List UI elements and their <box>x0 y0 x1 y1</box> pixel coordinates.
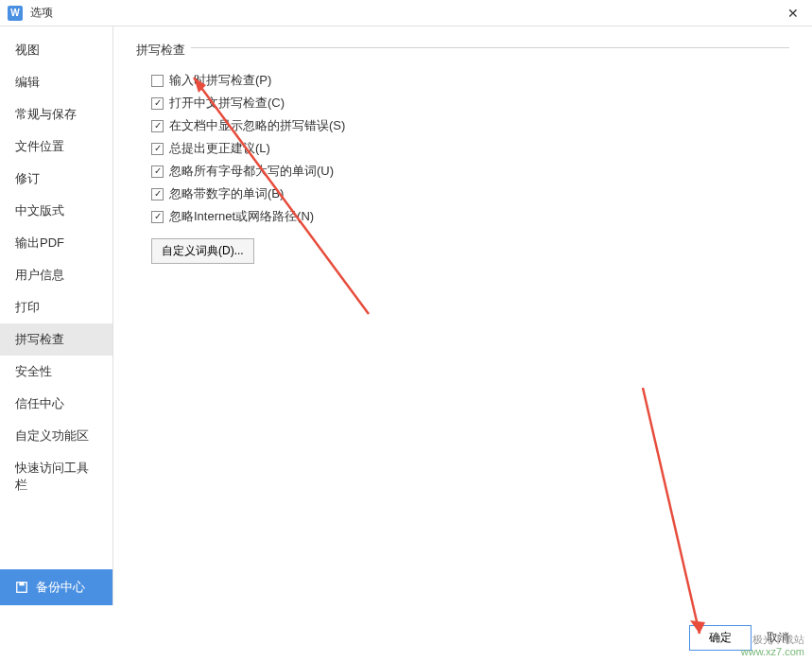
fieldset-label: 拼写检查 <box>136 42 789 59</box>
backup-center-button[interactable]: 备份中心 <box>0 569 112 605</box>
checkbox-ignore-numbers[interactable] <box>151 188 164 200</box>
fieldset-divider <box>191 47 789 48</box>
option-label: 忽略带数字的单词(B) <box>169 185 284 202</box>
sidebar-item-print[interactable]: 打印 <box>0 291 112 323</box>
sidebar-item-general-save[interactable]: 常规与保存 <box>0 98 112 131</box>
watermark-brand: 极光下载站 <box>741 634 804 646</box>
sidebar-item-user-info[interactable]: 用户信息 <box>0 259 112 291</box>
titlebar: W 选项 ✕ <box>0 0 812 26</box>
option-label: 总提出更正建议(L) <box>169 140 270 157</box>
option-ignore-internet: 忽略Internet或网络路径(N) <box>151 208 789 225</box>
option-ignore-numbers: 忽略带数字的单词(B) <box>151 185 789 202</box>
watermark-url: www.xz7.com <box>741 646 804 658</box>
option-label: 忽略所有字母都大写的单词(U) <box>169 163 334 180</box>
titlebar-title: 选项 <box>30 5 782 21</box>
sidebar-item-security[interactable]: 安全性 <box>0 356 112 388</box>
option-label: 忽略Internet或网络路径(N) <box>169 208 314 225</box>
checkbox-suggest-corrections[interactable] <box>151 143 164 155</box>
checkbox-ignore-internet[interactable] <box>151 211 164 223</box>
backup-icon <box>15 581 28 594</box>
sidebar-item-quick-access[interactable]: 快速访问工具栏 <box>0 452 112 501</box>
sidebar-item-chinese-layout[interactable]: 中文版式 <box>0 195 112 227</box>
sidebar-item-view[interactable]: 视图 <box>0 34 112 66</box>
sidebar-item-custom-ribbon[interactable]: 自定义功能区 <box>0 420 112 452</box>
backup-center-label: 备份中心 <box>36 579 85 596</box>
option-spellcheck-typing: 输入时拼写检查(P) <box>151 72 789 89</box>
checkbox-chinese-spellcheck[interactable] <box>151 97 164 110</box>
option-label: 输入时拼写检查(P) <box>169 72 271 89</box>
checkbox-ignore-uppercase[interactable] <box>151 166 164 178</box>
content-area: 视图 编辑 常规与保存 文件位置 修订 中文版式 输出PDF 用户信息 打印 拼… <box>0 26 812 605</box>
option-show-ignored: 在文档中显示忽略的拼写错误(S) <box>151 117 789 134</box>
custom-dictionary-button[interactable]: 自定义词典(D)... <box>151 238 254 264</box>
app-icon: W <box>8 6 23 21</box>
option-chinese-spellcheck: 打开中文拼写检查(C) <box>151 95 789 112</box>
option-suggest-corrections: 总提出更正建议(L) <box>151 140 789 157</box>
option-label: 在文档中显示忽略的拼写错误(S) <box>169 117 345 134</box>
checkbox-spellcheck-typing[interactable] <box>151 75 164 87</box>
sidebar: 视图 编辑 常规与保存 文件位置 修订 中文版式 输出PDF 用户信息 打印 拼… <box>0 26 113 605</box>
close-button[interactable]: ✕ <box>782 2 804 25</box>
options-group: 输入时拼写检查(P) 打开中文拼写检查(C) 在文档中显示忽略的拼写错误(S) … <box>151 72 789 225</box>
option-ignore-uppercase: 忽略所有字母都大写的单词(U) <box>151 163 789 180</box>
sidebar-item-trust-center[interactable]: 信任中心 <box>0 388 112 420</box>
checkbox-show-ignored[interactable] <box>151 120 164 132</box>
sidebar-item-edit[interactable]: 编辑 <box>0 66 112 98</box>
sidebar-spacer <box>0 501 112 569</box>
main-panel: 拼写检查 输入时拼写检查(P) 打开中文拼写检查(C) 在文档中显示忽略的拼写错… <box>113 26 812 605</box>
sidebar-item-output-pdf[interactable]: 输出PDF <box>0 227 112 259</box>
sidebar-item-file-location[interactable]: 文件位置 <box>0 131 112 163</box>
sidebar-item-revision[interactable]: 修订 <box>0 163 112 195</box>
svg-rect-1 <box>19 583 24 586</box>
watermark: 极光下载站 www.xz7.com <box>741 634 804 658</box>
option-label: 打开中文拼写检查(C) <box>169 95 285 112</box>
sidebar-item-spellcheck[interactable]: 拼写检查 <box>0 323 112 356</box>
